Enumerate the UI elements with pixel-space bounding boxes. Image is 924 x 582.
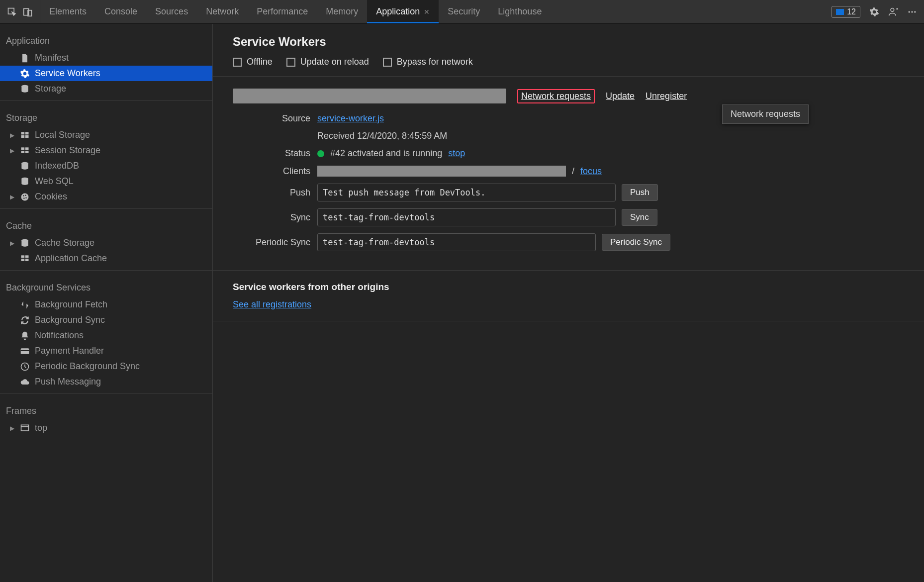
sidebar-item-label: Push Messaging [35, 377, 101, 387]
sidebar-item-local-storage[interactable]: ▶ Local Storage [0, 127, 212, 143]
tab-security[interactable]: Security [439, 0, 489, 23]
expand-icon[interactable]: ▶ [10, 240, 15, 247]
checkbox-label: Offline [247, 57, 273, 67]
sidebar-item-background-fetch[interactable]: Background Fetch [0, 297, 212, 312]
expand-icon[interactable]: ▶ [10, 147, 15, 154]
origin-redacted [233, 89, 506, 103]
sidebar-item-notifications[interactable]: Notifications [0, 328, 212, 343]
bypass-for-network-checkbox[interactable]: Bypass for network [383, 57, 473, 67]
account-icon[interactable] [888, 7, 898, 17]
sidebar-item-indexeddb[interactable]: IndexedDB [0, 158, 212, 174]
sidebar-item-cookies[interactable]: ▶ Cookies [0, 189, 212, 204]
checkbox-label: Update on reload [300, 57, 369, 67]
tab-lighthouse[interactable]: Lighthouse [489, 0, 551, 23]
update-link[interactable]: Update [606, 91, 635, 101]
sidebar-item-payment-handler[interactable]: Payment Handler [0, 343, 212, 359]
sidebar-item-service-workers[interactable]: Service Workers [0, 66, 212, 81]
svg-rect-15 [25, 151, 29, 153]
sidebar-item-label: Background Sync [35, 315, 105, 325]
network-requests-link[interactable]: Network requests [521, 91, 591, 101]
issues-badge[interactable]: 12 [832, 6, 860, 18]
see-all-registrations-link[interactable]: See all registrations [233, 299, 311, 309]
svg-point-18 [21, 193, 29, 200]
sidebar-item-background-sync[interactable]: Background Sync [0, 312, 212, 328]
focus-link[interactable]: focus [580, 166, 602, 177]
checkbox-label: Bypass for network [397, 57, 473, 67]
offline-checkbox[interactable]: Offline [233, 57, 273, 67]
devtools-tabbar: Elements Console Sources Network Perform… [0, 0, 924, 24]
tab-memory[interactable]: Memory [317, 0, 367, 23]
sidebar-item-push-messaging[interactable]: Push Messaging [0, 374, 212, 389]
sidebar-item-manifest[interactable]: Manifest [0, 50, 212, 66]
svg-rect-29 [21, 350, 29, 351]
page-title: Service Workers [233, 35, 904, 49]
sync-button[interactable]: Sync [622, 209, 657, 226]
tab-application[interactable]: Application ✕ [367, 0, 439, 23]
table-icon [20, 146, 30, 156]
periodic-sync-button[interactable]: Periodic Sync [602, 234, 670, 251]
sidebar-item-top-frame[interactable]: ▶ top [0, 420, 212, 436]
sidebar-item-websql[interactable]: Web SQL [0, 174, 212, 189]
expand-icon[interactable]: ▶ [10, 194, 15, 200]
tab-elements[interactable]: Elements [40, 0, 95, 23]
updown-icon [20, 300, 30, 310]
sidebar-item-label: Cache Storage [35, 238, 94, 248]
update-on-reload-checkbox[interactable]: Update on reload [286, 57, 369, 67]
sidebar-item-label: Storage [35, 84, 66, 94]
push-input[interactable] [317, 184, 616, 201]
bell-icon [20, 331, 30, 341]
tab-console[interactable]: Console [95, 0, 146, 23]
tab-performance[interactable]: Performance [248, 0, 317, 23]
source-link[interactable]: service-worker.js [317, 113, 384, 124]
toolbar-left [0, 0, 40, 23]
client-url-trail: / [572, 166, 574, 177]
device-toggle-icon[interactable] [23, 7, 33, 17]
checkbox-box-icon [383, 58, 392, 67]
row-label: Periodic Sync [233, 237, 317, 248]
stop-link[interactable]: stop [448, 148, 465, 159]
sidebar-item-label: Service Workers [35, 68, 100, 79]
registration-details: Source service-worker.js Received 12/4/2… [213, 103, 924, 271]
panel-tabs: Elements Console Sources Network Perform… [40, 0, 825, 23]
row-label: Source [233, 113, 317, 124]
settings-icon[interactable] [869, 7, 879, 17]
svg-rect-12 [21, 147, 25, 150]
checkbox-box-icon [233, 58, 242, 67]
toolbar-right: 12 [825, 0, 924, 23]
svg-rect-10 [21, 135, 25, 138]
panel-header: Service Workers Offline Update on reload… [213, 24, 924, 77]
tab-label: Elements [49, 6, 87, 17]
expand-icon[interactable]: ▶ [10, 132, 15, 139]
sidebar-item-application-cache[interactable]: Application Cache [0, 251, 212, 266]
tab-network[interactable]: Network [197, 0, 248, 23]
tab-close-icon[interactable]: ✕ [424, 8, 430, 16]
svg-point-6 [914, 11, 916, 12]
inspect-icon[interactable] [7, 7, 17, 17]
sidebar-item-cache-storage[interactable]: ▶ Cache Storage [0, 235, 212, 251]
file-icon [20, 53, 30, 63]
tab-sources[interactable]: Sources [146, 0, 197, 23]
periodic-sync-row: Periodic Sync Periodic Sync [233, 233, 904, 251]
expand-icon[interactable]: ▶ [10, 425, 15, 432]
sidebar-item-storage[interactable]: Storage [0, 81, 212, 97]
sidebar-group-cache: Cache [0, 213, 212, 235]
sync-input[interactable] [317, 208, 616, 226]
card-icon [20, 346, 30, 356]
push-row: Push Push [233, 184, 904, 201]
application-sidebar: Application Manifest Service Workers Sto… [0, 24, 213, 582]
status-text: #42 activated and is running [330, 148, 442, 159]
more-icon[interactable] [907, 7, 917, 17]
frame-icon [20, 423, 30, 433]
svg-rect-11 [25, 135, 29, 138]
periodic-sync-input[interactable] [317, 233, 596, 251]
push-button[interactable]: Push [622, 184, 658, 201]
network-requests-link-highlight: Network requests [517, 89, 595, 103]
svg-rect-13 [25, 147, 29, 150]
sidebar-item-session-storage[interactable]: ▶ Session Storage [0, 143, 212, 158]
svg-rect-8 [21, 132, 25, 134]
sidebar-item-periodic-background-sync[interactable]: Periodic Background Sync [0, 359, 212, 374]
cloud-icon [20, 377, 30, 387]
svg-rect-25 [25, 255, 29, 258]
svg-rect-27 [25, 259, 29, 261]
unregister-link[interactable]: Unregister [646, 91, 687, 101]
